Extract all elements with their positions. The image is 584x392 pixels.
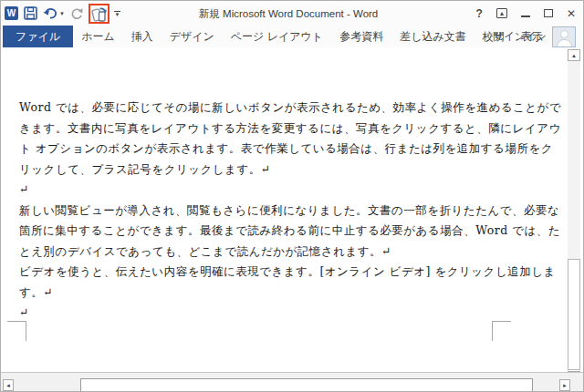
title-bar: W ▼	[1, 1, 583, 26]
tab-file[interactable]: ファイル	[3, 26, 73, 47]
avatar-person-icon	[560, 30, 568, 38]
document-page[interactable]: Word では、必要に応じてその場に新しいボタンが表示されるため、効率よく操作を…	[1, 47, 567, 372]
tab-mailings[interactable]: 差し込み文書	[391, 26, 474, 47]
document-text-line[interactable]: ト オプションのボタンが表示されます。表で作業している場合は、行または列を追加す…	[19, 139, 552, 160]
redo-icon-glyph	[70, 7, 83, 20]
touch-mouse-mode-icon-glyph	[91, 5, 107, 22]
word-app-icon[interactable]: W	[5, 6, 18, 20]
document-text-line[interactable]: ↵	[19, 180, 552, 201]
vertical-scrollbar-track[interactable]	[568, 61, 580, 259]
sign-in-link[interactable]: サインイン	[493, 26, 547, 47]
undo-icon[interactable]: ▼	[43, 7, 65, 19]
tab-home[interactable]: ホーム	[73, 26, 123, 47]
save-icon[interactable]	[24, 6, 37, 20]
scroll-right-button[interactable]: ►	[559, 379, 570, 391]
undo-dropdown-caret[interactable]: ▼	[59, 11, 65, 16]
tab-insert[interactable]: 挿入	[123, 26, 162, 47]
undo-icon-glyph	[43, 7, 57, 19]
document-text-line[interactable]: 新しい閲覧ビューが導入され、閲覧もさらに便利になりました。文書の一部を折りたたん…	[19, 201, 552, 222]
document-text-line[interactable]: Word では、必要に応じてその場に新しいボタンが表示されるため、効率よく操作を…	[19, 98, 552, 119]
document-text-line[interactable]: リックして、プラス記号をクリックします。↵	[19, 160, 552, 181]
text-boundary-corner-mark-left	[7, 321, 26, 341]
document-text: Word では、必要に応じてその場に新しいボタンが表示されるため、効率よく操作を…	[19, 98, 552, 324]
window-controls: ? ▲ ✕	[476, 1, 576, 26]
close-button[interactable]: ✕	[567, 8, 576, 19]
document-text-line[interactable]: ↵	[19, 303, 552, 324]
document-text-line[interactable]: きます。文書内に写真をレイアウトする方法を変更するには、写真をクリックすると、隣…	[19, 119, 552, 139]
user-avatar[interactable]	[552, 26, 576, 47]
scroll-up-button[interactable]: ▲	[568, 49, 580, 61]
horizontal-scrollbar-thumb[interactable]	[80, 378, 533, 392]
document-text-line[interactable]: ビデオを使うと、伝えたい内容を明確に表現できます。[オンライン ビデオ] をクリ…	[19, 262, 552, 283]
vertical-scrollbar: ▲ ▼	[567, 48, 582, 383]
touch-mouse-mode-icon[interactable]	[91, 5, 107, 22]
ribbon-display-options-button[interactable]: ▲	[496, 8, 507, 18]
vertical-scrollbar-thumb[interactable]	[568, 259, 580, 370]
document-text-line[interactable]: す。↵	[19, 283, 552, 304]
text-boundary-corner-mark-right	[492, 321, 511, 341]
redo-icon[interactable]	[70, 7, 83, 20]
quick-access-toolbar: W ▼	[5, 3, 120, 24]
save-icon-glyph	[24, 6, 37, 20]
horizontal-scrollbar: ◄ ►	[1, 372, 583, 392]
scroll-left-button[interactable]: ◄	[3, 379, 14, 391]
help-button[interactable]: ?	[476, 8, 483, 19]
tab-page-layout[interactable]: ページ レイアウト	[223, 26, 331, 47]
maximize-button[interactable]	[544, 8, 553, 19]
document-text-line[interactable]: とえ別のデバイスであっても、どこまで読んだかが記憶されます。↵	[19, 242, 552, 263]
customize-qat-dropdown[interactable]: ▼	[114, 11, 120, 16]
window-title: 新規 Microsoft Word Document - Word	[199, 7, 378, 21]
document-text-line[interactable]: 箇所に集中することができます。最後まで読み終わる前に中止する必要がある場合、Wo…	[19, 221, 552, 242]
tab-design[interactable]: デザイン	[162, 26, 223, 47]
word-app-icon-letter: W	[5, 6, 18, 20]
word-window: W ▼	[0, 0, 584, 392]
minimize-button[interactable]	[521, 8, 530, 19]
touch-mouse-mode-highlight-box	[89, 4, 110, 24]
tab-references[interactable]: 参考資料	[331, 26, 391, 47]
